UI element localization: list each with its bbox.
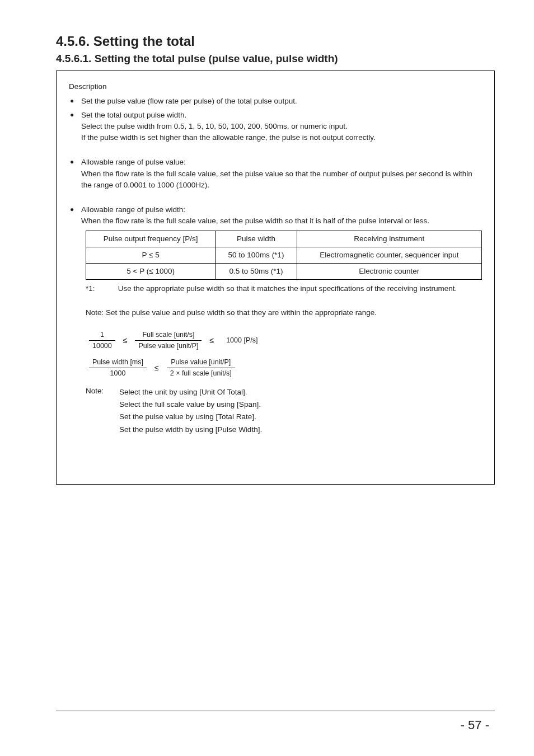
formula-row: 1 10000 ≤ Full scale [unit/s] Pulse valu… [86, 331, 482, 350]
outer-list: Set the pulse value (flow rate per pulse… [69, 96, 482, 143]
bullet-text: Set the total output pulse width. [81, 111, 186, 119]
bottom-note: Note: Select the unit by using [Unit Of … [86, 386, 482, 436]
fraction: 1 10000 [89, 331, 115, 350]
outer-list-3: Allowable range of pulse width: When the… [69, 204, 482, 227]
frac-den: 1000 [107, 369, 129, 378]
table-header: Pulse output frequency [P/s] [86, 231, 216, 247]
star-label: *1: [86, 283, 116, 294]
frac-bar [167, 368, 235, 368]
section-heading: 4.5.6. Setting the total [56, 34, 495, 49]
bullet-text: Set the pulse value (flow rate per pulse… [81, 97, 297, 105]
pulse-table: Pulse output frequency [P/s] Pulse width… [86, 231, 482, 280]
frac-bar [89, 340, 115, 341]
frac-bar [135, 340, 202, 341]
formula-1: 1 10000 ≤ Full scale [unit/s] Pulse valu… [86, 331, 482, 350]
table-cell: 5 < P (≤ 1000) [86, 264, 216, 280]
star-body: Use the appropriate pulse width so that … [118, 283, 481, 294]
outer-list-2: Allowable range of pulse value: When the… [69, 157, 482, 191]
formula-row: Pulse width [ms] 1000 ≤ Pulse value [uni… [86, 358, 482, 378]
range-right: 1000 [P/s] [226, 335, 257, 346]
frac-den: Pulse value [unit/P] [135, 342, 202, 350]
sub-heading: 4.5.6.1. Setting the total pulse (pulse … [56, 53, 495, 65]
bullet-sub: Select the pulse width from 0.5, 1, 5, 1… [81, 121, 482, 132]
formula-note: Note: Set the pulse value and pulse widt… [86, 307, 482, 318]
bullet-sub: When the flow rate is the full scale val… [81, 215, 482, 227]
frac-num: 1 [97, 331, 107, 339]
leq-symbol: ≤ [209, 335, 214, 346]
note-line: Select the unit by using [Unit Of Total]… [119, 387, 262, 398]
fraction: Pulse width [ms] 1000 [89, 358, 147, 378]
note-label: Note: [86, 308, 104, 317]
table-cell: Electromagnetic counter, sequencer input [297, 247, 481, 263]
bullet-pulse-value: Set the pulse value (flow rate per pulse… [69, 96, 482, 107]
content-box: Description Set the pulse value (flow ra… [56, 71, 495, 485]
frac-num: Pulse value [unit/P] [167, 358, 234, 367]
table-cell: 0.5 to 50ms (*1) [216, 264, 297, 280]
table-header: Receiving instrument [297, 231, 481, 247]
note-line: Set the pulse width by using [Pulse Widt… [119, 424, 262, 435]
frac-den: 2 × full scale [unit/s] [167, 369, 235, 378]
note-body: Set the pulse value and pulse width so t… [106, 308, 377, 317]
frac-num: Full scale [unit/s] [139, 331, 198, 339]
bullet-sub: If the pulse width is set higher than th… [81, 132, 482, 143]
bullet-width-range: Allowable range of pulse width: When the… [69, 204, 482, 227]
note-label: Note: [86, 386, 119, 436]
note-line: Select the full scale value by using [Sp… [119, 399, 262, 410]
table-header: Pulse width [216, 231, 297, 247]
formula-2: Pulse width [ms] 1000 ≤ Pulse value [uni… [86, 358, 482, 378]
leq-symbol: ≤ [154, 362, 159, 374]
leq-symbol: ≤ [123, 335, 128, 346]
table-cell: Electronic counter [297, 264, 481, 280]
frac-num: Pulse width [ms] [89, 358, 147, 367]
fraction: Pulse value [unit/P] 2 × full scale [uni… [167, 358, 235, 378]
page-number: - 57 - [461, 718, 489, 732]
note-body: Select the unit by using [Unit Of Total]… [119, 386, 262, 436]
bullet-text: Allowable range of pulse width: [81, 205, 185, 214]
footer-rule [56, 711, 495, 711]
bullet-value-range: Allowable range of pulse value: When the… [69, 157, 482, 191]
bullet-text: Allowable range of pulse value: [81, 158, 186, 166]
bullet-sub: When the flow rate is the full scale val… [81, 168, 482, 191]
note-line: Set the pulse value by using [Total Rate… [119, 411, 262, 422]
table-cell: P ≤ 5 [86, 247, 216, 263]
frac-bar [89, 368, 147, 368]
description-label: Description [69, 81, 482, 92]
bullet-pulse-width: Set the total output pulse width. Select… [69, 110, 482, 144]
fraction: Full scale [unit/s] Pulse value [unit/P] [135, 331, 202, 350]
frac-den: 10000 [89, 342, 115, 350]
table-note: *1: Use the appropriate pulse width so t… [86, 283, 482, 294]
table-cell: 50 to 100ms (*1) [216, 247, 297, 263]
